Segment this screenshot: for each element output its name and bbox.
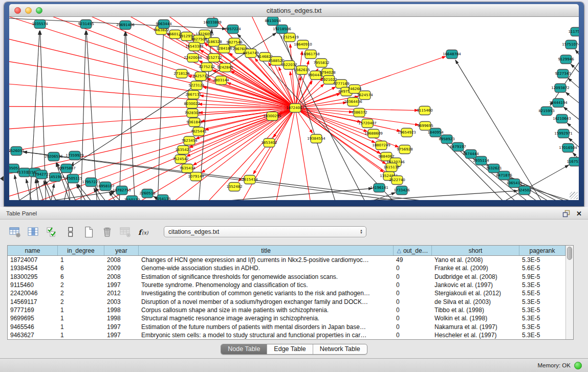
close-panel-icon[interactable]: ✕ — [576, 210, 582, 217]
table-cell[interactable]: Tibbo et al. (1998) — [432, 307, 519, 314]
table-row[interactable]: 911546021997Tourette syndrome. Phenomeno… — [8, 281, 565, 289]
table-cell[interactable]: 0 — [394, 315, 432, 322]
graph-node[interactable]: 9231455 — [78, 20, 94, 29]
table-cell[interactable]: Estimation of significance thresholds fo… — [139, 273, 394, 280]
network-canvas[interactable]: 1872400774638228660128591295413226055982… — [9, 17, 579, 200]
graph-node[interactable]: 4275212 — [199, 63, 214, 72]
graph-node[interactable]: 924502 — [518, 186, 532, 195]
scrollbar-thumb[interactable] — [567, 247, 572, 260]
table-cell[interactable]: 9465546 — [8, 323, 58, 331]
table-cell[interactable]: 1 — [58, 315, 104, 322]
table-row[interactable]: 1456911722003Disruption of a novel membe… — [8, 297, 565, 305]
table-cell[interactable]: 2 — [58, 298, 104, 305]
table-cell[interactable]: Disruption of a novel member of a sodium… — [139, 298, 394, 305]
graph-node[interactable]: 16961758 — [301, 50, 320, 59]
column-header-title[interactable]: title — [139, 246, 394, 255]
graph-node[interactable]: 1167533 — [567, 158, 579, 166]
graph-node[interactable]: 2522740 — [389, 176, 405, 185]
graph-node[interactable]: 8215953 — [538, 107, 554, 116]
table-cell[interactable]: 2008 — [104, 256, 139, 264]
graph-node[interactable]: 7615414 — [242, 176, 258, 184]
table-cell[interactable]: 5.6E-5 — [519, 265, 565, 272]
graph-node[interactable]: 20206536 — [45, 152, 63, 161]
table-row[interactable]: 1872400712008Changes of HCN gene express… — [8, 256, 565, 264]
table-row[interactable]: 946362711997Embryonic stem cells: a mode… — [8, 331, 565, 339]
graph-node[interactable]: 9129946 — [558, 55, 574, 64]
graph-edge[interactable] — [9, 108, 295, 152]
graph-node[interactable]: 2526051 — [9, 147, 25, 156]
table-cell[interactable]: Genome-wide association studies in ADHD. — [139, 265, 394, 272]
column-header-name[interactable]: name — [8, 246, 58, 255]
table-cell[interactable]: Investigating the contribution of common… — [139, 290, 394, 297]
table-cell[interactable]: 0 — [394, 281, 432, 289]
float-panel-icon[interactable] — [562, 210, 571, 217]
graph-node[interactable]: 8030022 — [184, 100, 200, 108]
resize-grip-icon[interactable] — [570, 192, 578, 199]
graph-node[interactable]: 19384554 — [307, 135, 325, 143]
graph-edge[interactable] — [452, 144, 521, 200]
table-row[interactable]: 2242004622012Investigating the contribut… — [8, 289, 565, 297]
table-cell[interactable]: 2012 — [104, 290, 139, 297]
graph-node[interactable]: 2867131 — [185, 91, 201, 99]
graph-edge[interactable] — [13, 191, 115, 200]
graph-node[interactable]: 17359929 — [66, 151, 84, 160]
minimize-button[interactable] — [25, 7, 32, 14]
table-cell[interactable]: 9699695 — [8, 315, 58, 322]
table-cell[interactable]: 9463627 — [8, 332, 58, 339]
graph-node[interactable]: 9756928 — [397, 145, 412, 154]
graph-node[interactable]: 9227343 — [555, 70, 571, 78]
graph-node[interactable]: 12093872 — [551, 84, 570, 93]
table-cell[interactable]: Hescheler et al. (1997) — [432, 332, 519, 339]
graph-node[interactable]: 9361843 — [186, 118, 202, 127]
table-cell[interactable]: Changes of HCN gene expression and I(f) … — [139, 256, 394, 264]
graph-edge[interactable] — [9, 108, 295, 129]
column-header-pagerank[interactable]: pagerank — [519, 246, 565, 255]
graph-node[interactable]: 3624574 — [357, 91, 373, 100]
window-titlebar[interactable]: citations_edges.txt — [9, 4, 579, 17]
table-cell[interactable]: 2003 — [104, 298, 139, 305]
graph-node[interactable]: 5223121 — [188, 81, 204, 90]
table-cell[interactable]: 9777169 — [8, 307, 58, 314]
table-cell[interactable]: 22420046 — [8, 290, 58, 297]
graph-node[interactable]: 9242845 — [217, 63, 233, 72]
graph-edge[interactable] — [9, 106, 295, 108]
table-cell[interactable]: 5.3E-5 — [519, 332, 565, 339]
graph-node[interactable]: 7825441 — [190, 127, 206, 136]
table-cell[interactable]: Franke et al. (2009) — [432, 265, 519, 272]
table-cell[interactable]: 5.3E-5 — [519, 323, 565, 331]
table-cell[interactable]: 5.3E-5 — [519, 298, 565, 305]
graph-node[interactable]: 19654923 — [398, 128, 416, 137]
graph-node[interactable]: 2260518 — [139, 189, 155, 198]
graph-node[interactable]: 1035574 — [32, 20, 48, 29]
graph-node[interactable]: 9152712 — [206, 54, 222, 62]
table-cell[interactable]: 9115460 — [8, 281, 58, 289]
graph-node[interactable]: 1733426 — [394, 186, 410, 195]
table-cell[interactable]: 6 — [58, 273, 104, 280]
graph-node[interactable]: 7955812 — [313, 59, 329, 68]
graph-node[interactable]: 1635421 — [175, 146, 191, 155]
table-cell[interactable]: 1997 — [104, 332, 139, 339]
graph-node[interactable]: 2935114 — [473, 157, 489, 165]
graph-node[interactable]: 9115460 — [417, 106, 432, 115]
graph-edge[interactable] — [9, 108, 295, 176]
table-cell[interactable]: 0 — [394, 265, 432, 272]
table-cell[interactable]: 5.3E-5 — [519, 315, 565, 322]
graph-node[interactable]: 10688609 — [364, 129, 383, 138]
graph-node[interactable]: 12444194 — [549, 99, 568, 107]
graph-node[interactable]: 1615132 — [383, 163, 399, 172]
memory-status-indicator[interactable] — [574, 362, 582, 369]
graph-edge[interactable] — [9, 17, 295, 108]
show-columns-icon[interactable] — [27, 225, 40, 239]
table-row[interactable]: 969969511998Structural magnetic resonanc… — [8, 314, 565, 322]
table-scrollbar[interactable] — [565, 246, 573, 339]
table-cell[interactable]: 5.3E-5 — [519, 307, 565, 314]
table-cell[interactable]: 2008 — [104, 273, 139, 280]
graph-edge[interactable] — [50, 184, 54, 200]
table-cell[interactable]: Tourette syndrome. Phenomenology and cla… — [139, 281, 394, 289]
column-header-short[interactable]: short — [432, 246, 519, 255]
graph-node[interactable]: 18640910 — [294, 40, 312, 49]
table-cell[interactable]: de Silva et al. (2003) — [432, 298, 519, 305]
select-rows-icon[interactable] — [45, 225, 59, 239]
graph-node[interactable]: 9063444 — [156, 20, 172, 29]
table-cell[interactable]: 5.9E-5 — [519, 273, 565, 280]
